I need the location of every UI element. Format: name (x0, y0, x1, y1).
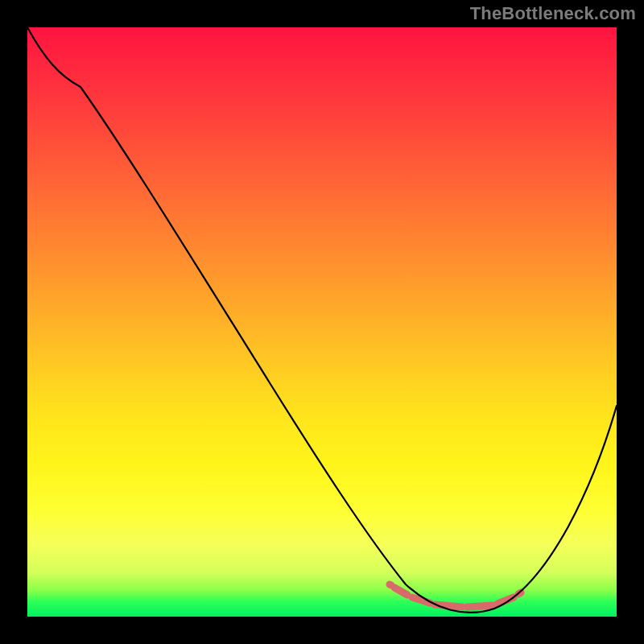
plot-area (27, 27, 617, 617)
curve-svg (27, 27, 617, 617)
bottleneck-curve-path (27, 27, 617, 613)
watermark-text: TheBottleneck.com (470, 3, 636, 24)
chart-frame: TheBottleneck.com (0, 0, 644, 644)
